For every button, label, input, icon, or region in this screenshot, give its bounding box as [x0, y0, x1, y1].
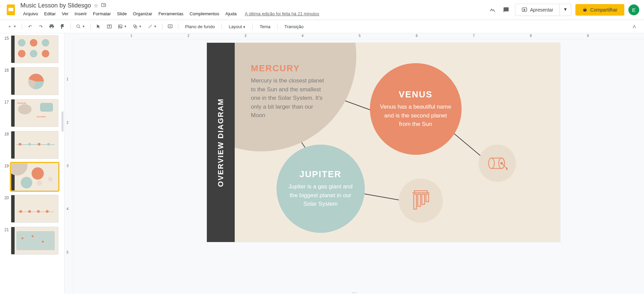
menu-edit[interactable]: Editar — [41, 10, 58, 18]
svg-rect-1 — [8, 8, 13, 11]
svg-rect-5 — [118, 25, 122, 28]
mercury-textblock[interactable]: MERCURY Mercury is the closest planet to… — [251, 63, 329, 120]
thumb-17[interactable]: PROBLEM SOLUTION — [11, 99, 58, 127]
venus-body: Venus has a beautiful name and is the se… — [380, 103, 451, 129]
menu-bar: Arquivo Editar Ver Inserir Formatar Slid… — [20, 10, 488, 18]
collapse-toolbar-button[interactable]: ᐱ — [629, 21, 639, 32]
thumb-18[interactable] — [11, 131, 58, 159]
textbox-button[interactable] — [104, 21, 114, 32]
ruler-horizontal: 1 2 3 4 5 6 7 8 9 — [73, 33, 644, 39]
menu-addons[interactable]: Complementos — [187, 10, 222, 18]
insert-line-button[interactable]: ▼ — [145, 21, 159, 32]
thumb-16[interactable] — [11, 67, 58, 95]
svg-rect-17 — [426, 194, 429, 202]
menu-format[interactable]: Formatar — [90, 10, 114, 18]
present-button[interactable]: Apresentar — [515, 4, 560, 16]
menu-arrange[interactable]: Organizar — [130, 10, 155, 18]
insert-image-button[interactable]: ▼ — [115, 21, 129, 32]
slide-canvas[interactable]: MERCURY Mercury is the closest planet to… — [207, 43, 560, 242]
account-avatar[interactable]: E — [628, 4, 639, 15]
menu-file[interactable]: Arquivo — [20, 10, 41, 18]
activity-icon[interactable] — [488, 5, 497, 15]
drum-icon-circle[interactable] — [479, 145, 516, 182]
filmstrip-scrollbar[interactable] — [61, 111, 64, 132]
comments-icon[interactable] — [501, 5, 511, 15]
menu-view[interactable]: Ver — [59, 10, 71, 18]
svg-point-3 — [76, 25, 79, 27]
thumb-21[interactable] — [11, 227, 58, 255]
thumb-num: 21 — [3, 227, 9, 232]
svg-rect-15 — [418, 194, 421, 206]
venus-circle[interactable]: VENUS Venus has a beautiful name and is … — [370, 63, 462, 155]
wind-chimes-icon — [409, 189, 433, 212]
slide-sidebar-label[interactable]: OVERVIEW DIAGRAM — [207, 43, 235, 242]
svg-rect-14 — [414, 194, 416, 209]
thumb-num: 19 — [3, 163, 9, 168]
transition-button[interactable]: Transição — [280, 22, 308, 31]
mercury-title: MERCURY — [251, 63, 329, 74]
present-dropdown-button[interactable]: ▼ — [560, 4, 571, 16]
jupiter-body: Jupiter is a gas giant and the biggest p… — [287, 182, 355, 208]
thumb-num: 15 — [3, 35, 9, 41]
filmstrip[interactable]: 15 16 17 PROBLEM SOLUTION 18 — [0, 33, 65, 294]
thumb-num: 16 — [3, 67, 9, 73]
svg-point-13 — [506, 168, 507, 170]
thumb-20[interactable] — [11, 195, 58, 223]
venus-title: VENUS — [399, 89, 433, 100]
speaker-notes-handle[interactable]: ● ● ● — [346, 292, 362, 294]
toolbar: ＋▼ ↶ ↷ ▼ ▼ ▼ ▼ Plano de fundo Layout▼ Te… — [0, 20, 644, 33]
thumb-15[interactable] — [11, 35, 58, 63]
doc-title[interactable]: Music Lesson by Slidesgo — [20, 2, 91, 9]
edit-status[interactable]: A última edição foi feita há 21 minutos — [245, 11, 319, 16]
layout-button[interactable]: Layout▼ — [225, 22, 250, 31]
menu-tools[interactable]: Ferramentas — [156, 10, 186, 18]
undo-button[interactable]: ↶ — [25, 21, 35, 32]
move-to-folder-icon[interactable] — [101, 2, 106, 9]
thumb-num: 18 — [3, 131, 9, 136]
share-label: Compartilhar — [590, 7, 618, 13]
menu-insert[interactable]: Inserir — [72, 10, 90, 18]
drum-icon — [487, 155, 507, 172]
thumb-num: 20 — [3, 195, 9, 200]
zoom-button[interactable]: ▼ — [73, 21, 88, 32]
select-tool-button[interactable] — [93, 21, 104, 32]
paint-format-button[interactable] — [57, 21, 68, 32]
star-icon[interactable]: ☆ — [94, 3, 98, 9]
svg-point-10 — [488, 158, 494, 169]
jupiter-title: JUPITER — [300, 169, 342, 180]
redo-button[interactable]: ↷ — [36, 21, 46, 32]
menu-help[interactable]: Ajuda — [223, 10, 239, 18]
share-button[interactable]: Compartilhar — [575, 4, 624, 16]
background-button[interactable]: Plano de fundo — [181, 22, 219, 31]
print-button[interactable] — [47, 21, 57, 32]
menu-slide[interactable]: Slide — [114, 10, 129, 18]
chime-icon-circle[interactable] — [399, 179, 443, 223]
slides-logo[interactable] — [5, 4, 17, 16]
insert-comment-button[interactable] — [165, 21, 175, 32]
theme-button[interactable]: Tema — [255, 22, 274, 31]
new-slide-button[interactable]: ＋▼ — [5, 21, 19, 32]
mercury-body: Mercury is the closest planet to the Sun… — [251, 76, 329, 120]
present-label: Apresentar — [530, 7, 553, 13]
ruler-vertical: 1 2 3 4 5 — [65, 39, 73, 294]
insert-shape-button[interactable]: ▼ — [130, 21, 144, 32]
thumb-19[interactable] — [11, 163, 58, 191]
jupiter-circle[interactable]: JUPITER Jupiter is a gas giant and the b… — [276, 145, 365, 233]
thumb-num: 17 — [3, 99, 9, 105]
svg-rect-16 — [422, 194, 425, 204]
